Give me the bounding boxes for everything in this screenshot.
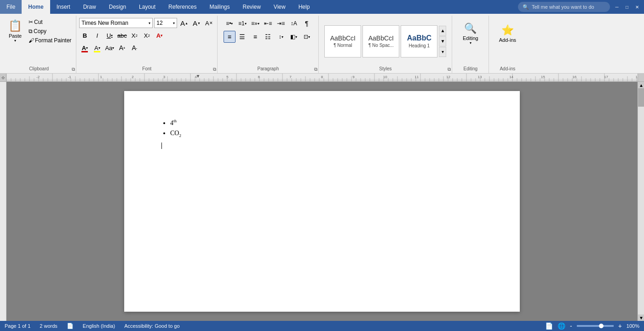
tab-file[interactable]: File — [0, 0, 22, 14]
format-painter-button[interactable]: 🖌 Format Painter — [27, 36, 73, 45]
tell-me-search[interactable]: 🔍 Tell me what you want to do — [518, 2, 610, 12]
justify-button[interactable]: ☷ — [262, 31, 274, 43]
document-page[interactable]: 4th CO2 — [124, 91, 520, 312]
addins-button[interactable]: ⭐ Add-ins — [494, 17, 521, 50]
ruler-area: ⊹ -2-1123456789101112131415161718 ▼ — [0, 74, 644, 82]
status-bar-right: 📄 🌐 - + 100% — [545, 322, 639, 330]
zoom-slider[interactable] — [577, 325, 614, 327]
style-heading1[interactable]: AaBbC Heading 1 — [401, 25, 437, 57]
grow-font-button-2[interactable]: A+ — [116, 42, 127, 53]
underline-button[interactable]: U ▾ — [104, 30, 115, 41]
tab-help[interactable]: Help — [292, 0, 316, 14]
tab-home[interactable]: Home — [22, 0, 50, 14]
scrollbar-down-arrow[interactable]: ▼ — [638, 314, 644, 321]
line-spacing-button[interactable]: ↕▾ — [275, 31, 287, 43]
tab-draw[interactable]: Draw — [77, 0, 103, 14]
show-paragraph-marks-button[interactable]: ¶ — [301, 17, 313, 29]
superscript-button[interactable]: X2 — [141, 30, 152, 41]
cut-button[interactable]: ✂ Cut — [27, 17, 73, 27]
styles-group: AaBbCcI ¶ Normal AaBbCcI ¶ No Spac... Aa… — [319, 16, 452, 73]
style-normal[interactable]: AaBbCcI ¶ Normal — [324, 25, 361, 57]
style-no-spacing-label: ¶ No Spac... — [368, 43, 394, 48]
subscript-button[interactable]: X2 — [129, 30, 140, 41]
font-expand-button[interactable]: ⧉ — [213, 67, 216, 72]
maximize-button[interactable]: □ — [624, 4, 630, 10]
close-button[interactable]: ✕ — [634, 4, 640, 10]
tab-design[interactable]: Design — [103, 0, 132, 14]
font-name-selector[interactable]: Times New Roman ▾ — [79, 18, 153, 28]
bullets-button[interactable]: ≡•▾ — [224, 17, 236, 29]
addins-group: ⭐ Add-ins Add-ins — [489, 16, 526, 73]
search-icon: 🔍 — [523, 4, 529, 10]
increase-indent-button[interactable]: ⇥≡ — [275, 17, 287, 29]
italic-button[interactable]: I — [92, 30, 103, 41]
language: English (India) — [83, 323, 115, 329]
style-heading1-label: Heading 1 — [409, 43, 430, 48]
document-bullet-list: 4th CO2 — [170, 119, 492, 137]
view-web-button[interactable]: 🌐 — [558, 322, 565, 330]
paragraph-expand-button[interactable]: ⧉ — [314, 67, 317, 72]
tab-insert[interactable]: Insert — [50, 0, 77, 14]
shrink-font-button-2[interactable]: A- — [129, 42, 140, 53]
copy-button[interactable]: ⧉ Copy — [27, 27, 73, 36]
styles-expand-button[interactable]: ⧉ — [448, 67, 451, 72]
view-layout-button[interactable]: 📄 — [545, 322, 553, 330]
document-cursor-line[interactable] — [161, 142, 492, 149]
scrollbar-track[interactable] — [638, 88, 644, 314]
ruler-indent-marker[interactable]: ▼ — [196, 74, 201, 79]
cut-icon: ✂ — [29, 19, 33, 25]
tab-mailings[interactable]: Mailings — [203, 0, 236, 14]
shrink-font-button[interactable]: A▼ — [191, 17, 202, 29]
align-center-button[interactable]: ☰ — [236, 31, 248, 43]
zoom-thumb[interactable] — [599, 324, 604, 328]
paragraph-row-2: ≡ ☰ ≡ ☷ ↕▾ ◧ ▾ ⊡▾ — [224, 31, 313, 43]
clipboard-expand-button[interactable]: ⧉ — [72, 67, 75, 72]
document-area[interactable]: 4th CO2 — [6, 82, 638, 321]
tab-view[interactable]: View — [267, 0, 292, 14]
zoom-plus-button[interactable]: + — [618, 322, 622, 330]
highlight-color-button[interactable]: A ▾ — [92, 42, 103, 53]
shading-button[interactable]: ◧ ▾ — [288, 31, 300, 43]
borders-button[interactable]: ⊡▾ — [301, 31, 313, 43]
styles-scroll-down[interactable]: ▼ — [439, 36, 446, 46]
font-color-button[interactable]: A ▾ — [79, 42, 90, 53]
decrease-indent-button[interactable]: ⇤≡ — [262, 17, 274, 29]
editing-button[interactable]: 🔍 Editing ▾ — [457, 17, 484, 50]
scrollbar-up-arrow[interactable]: ▲ — [638, 82, 644, 88]
clear-formatting-button[interactable]: A✕ — [203, 17, 214, 29]
multilevel-list-button[interactable]: ≡»▾ — [249, 17, 261, 29]
font-row-1: Times New Roman ▾ 12 ▾ A▲ A▼ A✕ — [79, 17, 214, 29]
sort-button[interactable]: ↕A — [288, 17, 300, 29]
tab-review[interactable]: Review — [236, 0, 267, 14]
copy-label: Copy — [34, 28, 46, 34]
ribbon: 📋 Paste ▾ ✂ Cut ⧉ Copy 🖌 Format Painter — [0, 14, 644, 74]
paste-button[interactable]: 📋 Paste ▾ — [5, 17, 26, 44]
style-no-spacing[interactable]: AaBbCcI ¶ No Spac... — [362, 25, 399, 57]
shading-dropdown: ▾ — [295, 35, 297, 39]
grow-font-button[interactable]: A▲ — [178, 17, 190, 29]
tab-references[interactable]: References — [162, 0, 203, 14]
tab-layout[interactable]: Layout — [132, 0, 162, 14]
tabs-right-area: 🔍 Tell me what you want to do ─ □ ✕ — [518, 2, 644, 12]
styles-more-button[interactable]: ▾ — [439, 47, 446, 57]
zoom-minus-button[interactable]: - — [570, 322, 572, 330]
word-count: 2 words — [40, 323, 58, 329]
left-ruler — [0, 82, 6, 321]
numbering-button[interactable]: ≡1▾ — [236, 17, 248, 29]
align-left-button[interactable]: ≡ — [224, 31, 236, 43]
text-effects-button[interactable]: A▾ — [154, 30, 165, 41]
align-right-button[interactable]: ≡ — [249, 31, 261, 43]
svg-text:7: 7 — [289, 75, 292, 79]
strikethrough-button[interactable]: abc — [116, 30, 127, 41]
paste-label: Paste — [9, 33, 22, 39]
svg-text:15: 15 — [541, 75, 545, 79]
bold-button[interactable]: B — [79, 30, 90, 41]
svg-text:11: 11 — [414, 75, 419, 79]
bullet-2-subscript: 2 — [179, 133, 181, 137]
minimize-button[interactable]: ─ — [614, 4, 620, 10]
styles-scroll-up[interactable]: ▲ — [439, 26, 446, 36]
font-size-selector[interactable]: 12 ▾ — [154, 18, 177, 28]
scrollbar-thumb[interactable] — [638, 88, 644, 107]
editing-search-icon: 🔍 — [464, 23, 477, 34]
change-case-button[interactable]: Aa▾ — [104, 42, 115, 53]
